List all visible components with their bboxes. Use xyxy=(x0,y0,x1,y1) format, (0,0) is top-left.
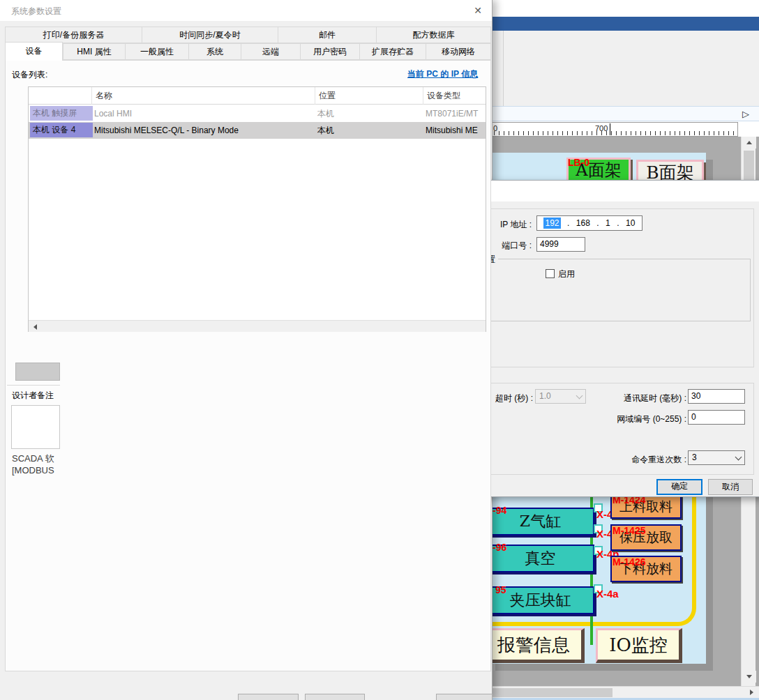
ip-octet-2[interactable]: 168 xyxy=(576,218,590,228)
tab-label: 设备 xyxy=(26,46,43,56)
comm-delay-label: 通讯延时 (毫秒) : xyxy=(596,393,686,404)
table-row-melsec[interactable]: 本机 设备 4 Mitsubishi MELSEC-Q/L - Binary M… xyxy=(29,122,486,139)
close-icon[interactable]: ✕ xyxy=(469,3,486,17)
hmi-tag-m1426: M-1426 xyxy=(613,556,645,568)
ok-button[interactable]: 确定 xyxy=(656,479,702,495)
hmi-button-label: IO监控 xyxy=(609,633,668,657)
tab-cellular[interactable]: 移动网络 xyxy=(426,43,491,60)
col-badge[interactable] xyxy=(29,87,94,105)
ip-address-input[interactable]: 192 . 168 . 1 . 10 xyxy=(536,215,642,231)
hscroll-thumb[interactable] xyxy=(493,688,613,697)
tab-label: 配方数据库 xyxy=(413,30,455,40)
tab-mail[interactable]: 邮件 xyxy=(278,26,377,43)
hmi-tag-y96: -96 xyxy=(493,542,506,553)
ip-dot: . xyxy=(567,218,569,228)
editor-hscrollbar[interactable] xyxy=(493,686,759,698)
col-type[interactable]: 设备类型 xyxy=(423,87,490,105)
hmi-tag-lb0: LB-0 xyxy=(568,157,589,168)
ip-dot: . xyxy=(596,218,599,228)
row-location: 本机 xyxy=(317,122,422,139)
bg-app-blue-toolbar xyxy=(488,17,759,31)
tab-remote[interactable]: 远端 xyxy=(241,43,301,60)
retry-label: 命令重送次数 : xyxy=(596,454,686,466)
panel-expand-icon[interactable]: ▷ xyxy=(742,109,749,119)
tab-general[interactable]: 一般属性 xyxy=(125,43,189,60)
scada-text-line1: SCADA 软 xyxy=(12,452,54,465)
cancel-button[interactable]: 取消 xyxy=(708,479,753,495)
hmi-button-label: 真空 xyxy=(525,548,556,569)
footer-button-3[interactable] xyxy=(436,694,493,700)
scroll-left-icon[interactable] xyxy=(29,321,40,332)
dialog-title: 系统参数设置 xyxy=(11,6,61,17)
retry-combo[interactable]: 3 xyxy=(688,450,745,465)
ip-octet-1[interactable]: 192 xyxy=(543,218,560,229)
tab-label: 一般属性 xyxy=(140,47,174,56)
pc-ip-info-link[interactable]: 当前 PC 的 IP 信息 xyxy=(407,68,478,80)
combo-value: 3 xyxy=(692,452,697,462)
ip-dot: . xyxy=(617,218,619,228)
scroll-right-icon[interactable] xyxy=(745,687,758,698)
row-badge: 本机 设备 4 xyxy=(30,123,93,137)
row-type: MT8071iE/MT xyxy=(426,105,486,122)
system-settings-dialog: 系统参数设置 ✕ 打印/备份服务器 时间同步/夏令时 邮件 配方数据库 设备 H… xyxy=(0,0,493,700)
hmi-button-label: 夹压块缸 xyxy=(510,590,571,611)
footer-button-2[interactable] xyxy=(305,694,365,700)
network-number-input[interactable]: 0 xyxy=(688,410,745,425)
row-name: Local HMI xyxy=(94,105,314,122)
tab-time-sync[interactable]: 时间同步/夏令时 xyxy=(142,26,278,43)
table-hscrollbar[interactable] xyxy=(29,320,486,332)
device-list-label: 设备列表: xyxy=(12,69,47,81)
chevron-down-icon xyxy=(735,453,742,460)
io-tag-x4a: X-4a xyxy=(596,588,619,600)
tab-system[interactable]: 系统 xyxy=(188,43,241,60)
tab-label: 时间同步/夏令时 xyxy=(179,30,240,40)
tab-hmi-attr[interactable]: HMI 属性 xyxy=(63,43,126,60)
left-gray-button[interactable] xyxy=(15,363,60,381)
tab-print-backup[interactable]: 打印/备份服务器 xyxy=(5,26,142,43)
chevron-down-icon xyxy=(576,392,583,399)
editor-tab-strip: ▷ xyxy=(488,106,759,121)
bg-app-gray-area xyxy=(488,31,759,106)
tab-label: 用户密码 xyxy=(313,47,347,56)
timeout-combo: 1.0 xyxy=(535,389,586,404)
table-row-local-hmi[interactable]: 本机 触摸屏 Local HMI 本机 MT8071iE/MT xyxy=(29,105,486,122)
tab-device[interactable]: 设备 xyxy=(5,42,63,61)
hmi-tag-m1425: M-1425 xyxy=(613,525,645,536)
hmi-button-io-monitor[interactable]: IO监控 xyxy=(596,628,682,663)
scada-text-line2: [MODBUS xyxy=(12,465,54,475)
enable-checkbox[interactable] xyxy=(546,269,555,278)
network-number-label: 网域编号 (0~255) : xyxy=(590,413,686,425)
tab-user-password[interactable]: 用户密码 xyxy=(300,43,360,60)
row-location: 本机 xyxy=(317,105,422,122)
designer-note-box[interactable] xyxy=(11,405,60,449)
scroll-up-icon[interactable] xyxy=(742,137,756,149)
tab-label: HMI 属性 xyxy=(77,47,111,56)
hmi-button-label: Z气缸 xyxy=(520,511,561,532)
col-name[interactable]: 名称 xyxy=(91,87,318,105)
col-location[interactable]: 位置 xyxy=(315,87,426,105)
hmi-button-alarm[interactable]: 报警信息 xyxy=(488,628,585,663)
row-type: Mitsubishi ME xyxy=(426,122,486,139)
hmi-tag-y94: -94 xyxy=(493,505,506,516)
divider xyxy=(7,385,60,386)
tab-label: 邮件 xyxy=(319,30,336,40)
bg-panel-divider xyxy=(503,31,504,106)
footer-button-1[interactable] xyxy=(238,694,299,700)
tab-label: 打印/备份服务器 xyxy=(43,30,104,40)
ip-octet-4[interactable]: 10 xyxy=(626,218,635,228)
tab-label: 扩展存贮器 xyxy=(372,47,414,56)
tab-recipe-db[interactable]: 配方数据库 xyxy=(376,26,491,43)
tab-label: 远端 xyxy=(262,47,279,56)
port-input[interactable]: 4999 xyxy=(536,237,585,252)
table-header-row: 名称 位置 设备类型 xyxy=(29,87,486,105)
scroll-down-icon[interactable] xyxy=(742,671,756,683)
comm-delay-input[interactable]: 30 xyxy=(688,389,745,404)
tab-label: 系统 xyxy=(206,47,223,56)
hmi-tag-y95: 95 xyxy=(495,584,506,595)
tab-ext-memory[interactable]: 扩展存贮器 xyxy=(359,43,426,60)
system-settings-titlebar: 系统参数设置 ✕ xyxy=(0,0,492,21)
ip-octet-3[interactable]: 1 xyxy=(606,218,610,228)
row-name: Mitsubishi MELSEC-Q/L - Binary Mode xyxy=(94,122,314,139)
row-badge: 本机 触摸屏 xyxy=(30,106,93,121)
editor-ruler: 0 700 xyxy=(488,122,738,137)
